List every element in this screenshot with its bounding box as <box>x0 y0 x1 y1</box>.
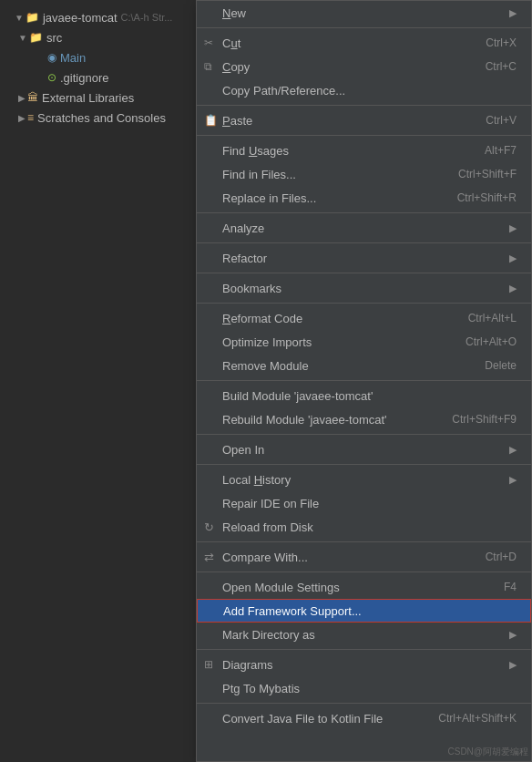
menu-compare-with[interactable]: ⇄ Compare With... Ctrl+D <box>197 545 531 569</box>
sep-3 <box>197 135 531 136</box>
menu-build-module[interactable]: Build Module 'javaee-tomcat' <box>197 384 531 407</box>
cut-shortcut: Ctrl+X <box>486 36 517 49</box>
menu-refactor[interactable]: Refactor ▶ <box>197 246 531 270</box>
menu-analyze[interactable]: Analyze ▶ <box>197 216 531 240</box>
sep-10 <box>197 464 531 465</box>
menu-add-framework-label: Add Framework Support... <box>223 604 362 618</box>
menu-reformat-label: Reformat Code <box>222 312 302 325</box>
root-path: C:\A-h Str... <box>121 12 173 23</box>
src-label: src <box>46 31 62 45</box>
sep-7 <box>197 303 531 304</box>
copy-icon: ⧉ <box>204 60 212 73</box>
context-menu: New ▶ ✂ Cut Ctrl+X ⧉ Copy Ctrl+C Copy Pa… <box>196 0 532 762</box>
paste-icon: 📋 <box>204 114 218 127</box>
tree-main[interactable]: ◉ Main <box>0 47 196 67</box>
menu-remove-module[interactable]: Remove Module Delete <box>197 354 531 377</box>
menu-local-history[interactable]: Local History ▶ <box>197 468 531 491</box>
remove-module-shortcut: Delete <box>485 359 517 372</box>
menu-replace-files[interactable]: Replace in Files... Ctrl+Shift+R <box>197 186 531 210</box>
src-arrow: ▼ <box>18 33 27 43</box>
scratches-icon: ≡ <box>27 111 34 124</box>
tree-scratches[interactable]: ▶ ≡ Scratches and Consoles <box>0 108 196 128</box>
file-tree: ▼ 📁 javaee-tomcat C:\A-h Str... ▼ 📁 src … <box>0 0 196 762</box>
extlibs-arrow: ▶ <box>18 93 26 103</box>
sep-8 <box>197 380 531 381</box>
menu-reformat[interactable]: Reformat Code Ctrl+Alt+L <box>197 306 531 330</box>
menu-repair-ide-label: Repair IDE on File <box>222 497 319 510</box>
menu-open-module-label: Open Module Settings <box>222 581 340 594</box>
gitignore-label: .gitignore <box>60 71 108 85</box>
scratches-label: Scratches and Consoles <box>37 111 166 125</box>
menu-bookmarks-label: Bookmarks <box>222 282 281 295</box>
replace-files-shortcut: Ctrl+Shift+R <box>457 191 517 204</box>
menu-refactor-label: Refactor <box>222 252 267 265</box>
menu-diagrams[interactable]: ⊞ Diagrams ▶ <box>197 653 531 676</box>
menu-analyze-label: Analyze <box>222 221 264 235</box>
tree-src[interactable]: ▼ 📁 src <box>0 27 196 47</box>
sep-9 <box>197 434 531 435</box>
local-history-arrow: ▶ <box>509 474 517 486</box>
root-arrow: ▼ <box>15 13 24 23</box>
open-module-shortcut: F4 <box>504 581 517 593</box>
menu-paste[interactable]: 📋 Paste Ctrl+V <box>197 108 531 132</box>
menu-cut[interactable]: ✂ Cut Ctrl+X <box>197 31 531 55</box>
src-folder-icon: 📁 <box>29 31 43 44</box>
convert-kotlin-shortcut: Ctrl+Alt+Shift+K <box>438 712 517 725</box>
reformat-shortcut: Ctrl+Alt+L <box>468 312 517 324</box>
extlibs-label: External Libraries <box>42 91 134 105</box>
root-label: javaee-tomcat <box>43 11 118 25</box>
menu-bookmarks[interactable]: Bookmarks ▶ <box>197 276 531 300</box>
sep-11 <box>197 541 531 542</box>
menu-rebuild-module-label: Rebuild Module 'javaee-tomcat' <box>222 413 387 427</box>
gitignore-icon: ⊙ <box>47 71 56 84</box>
menu-paste-label: Paste <box>222 114 252 128</box>
compare-shortcut: Ctrl+D <box>486 551 517 563</box>
extlibs-icon: 🏛 <box>27 91 38 104</box>
tree-root[interactable]: ▼ 📁 javaee-tomcat C:\A-h Str... <box>0 7 196 27</box>
main-java-icon: ◉ <box>47 51 56 64</box>
menu-mark-directory[interactable]: Mark Directory as ▶ <box>197 623 531 646</box>
menu-find-files-label: Find in Files... <box>222 168 296 181</box>
menu-find-usages-label: Find Usages <box>222 144 289 158</box>
sep-5 <box>197 242 531 243</box>
find-usages-shortcut: Alt+F7 <box>485 144 517 157</box>
new-submenu-arrow: ▶ <box>509 7 517 19</box>
menu-open-in[interactable]: Open In ▶ <box>197 438 531 461</box>
main-label: Main <box>60 51 86 65</box>
menu-reload-disk[interactable]: ↻ Reload from Disk <box>197 515 531 539</box>
menu-find-usages[interactable]: Find Usages Alt+F7 <box>197 139 531 162</box>
menu-new[interactable]: New ▶ <box>197 1 531 25</box>
find-files-shortcut: Ctrl+Shift+F <box>458 168 517 180</box>
menu-ptg-mybatis[interactable]: Ptg To Mybatis <box>197 676 531 700</box>
cut-icon: ✂ <box>204 36 213 49</box>
menu-open-module-settings[interactable]: Open Module Settings F4 <box>197 575 531 599</box>
tree-gitignore[interactable]: ⊙ .gitignore <box>0 67 196 88</box>
diagrams-arrow: ▶ <box>509 659 517 671</box>
menu-add-framework[interactable]: Add Framework Support... <box>197 599 531 623</box>
open-in-arrow: ▶ <box>509 444 517 456</box>
menu-compare-with-label: Compare With... <box>222 551 308 564</box>
menu-copy-path[interactable]: Copy Path/Reference... <box>197 78 531 102</box>
menu-rebuild-module[interactable]: Rebuild Module 'javaee-tomcat' Ctrl+Shif… <box>197 407 531 431</box>
menu-find-files[interactable]: Find in Files... Ctrl+Shift+F <box>197 162 531 186</box>
sep-12 <box>197 572 531 572</box>
menu-new-label: New <box>222 6 246 20</box>
menu-convert-kotlin-label: Convert Java File to Kotlin File <box>222 712 383 726</box>
tree-extlibs[interactable]: ▶ 🏛 External Libraries <box>0 88 196 108</box>
compare-icon: ⇄ <box>204 551 214 564</box>
scratches-arrow: ▶ <box>18 113 26 123</box>
menu-remove-module-label: Remove Module <box>222 359 309 373</box>
menu-copy-path-label: Copy Path/Reference... <box>222 84 345 98</box>
menu-repair-ide[interactable]: Repair IDE on File <box>197 491 531 515</box>
menu-ptg-mybatis-label: Ptg To Mybatis <box>222 682 300 695</box>
menu-open-in-label: Open In <box>222 443 264 457</box>
mark-directory-arrow: ▶ <box>509 629 517 641</box>
menu-diagrams-label: Diagrams <box>222 658 273 672</box>
menu-optimize[interactable]: Optimize Imports Ctrl+Alt+O <box>197 330 531 354</box>
menu-convert-kotlin[interactable]: Convert Java File to Kotlin File Ctrl+Al… <box>197 706 531 730</box>
menu-reload-disk-label: Reload from Disk <box>222 520 313 534</box>
menu-copy[interactable]: ⧉ Copy Ctrl+C <box>197 55 531 78</box>
menu-build-module-label: Build Module 'javaee-tomcat' <box>222 389 373 403</box>
sep-6 <box>197 273 531 273</box>
menu-replace-files-label: Replace in Files... <box>222 191 316 205</box>
